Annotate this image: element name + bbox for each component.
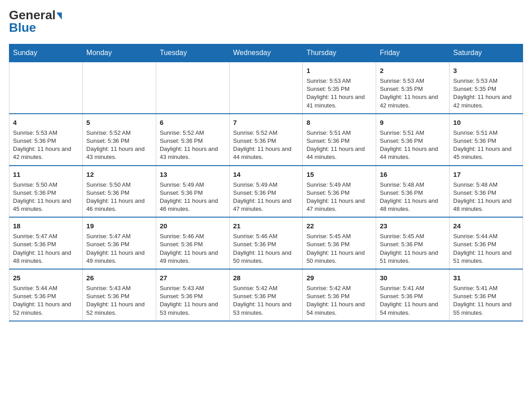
col-thursday: Thursday	[303, 44, 376, 62]
calendar-cell	[156, 62, 229, 114]
day-info: Sunrise: 5:53 AM Sunset: 5:35 PM Dayligh…	[306, 77, 372, 110]
calendar-cell: 8Sunrise: 5:51 AM Sunset: 5:36 PM Daylig…	[303, 114, 376, 166]
day-info: Sunrise: 5:45 AM Sunset: 5:36 PM Dayligh…	[380, 232, 446, 265]
calendar-cell: 1Sunrise: 5:53 AM Sunset: 5:35 PM Daylig…	[303, 62, 376, 114]
day-info: Sunrise: 5:49 AM Sunset: 5:36 PM Dayligh…	[306, 181, 372, 214]
calendar-cell: 11Sunrise: 5:50 AM Sunset: 5:36 PM Dayli…	[9, 166, 83, 218]
day-info: Sunrise: 5:48 AM Sunset: 5:36 PM Dayligh…	[453, 181, 519, 214]
header-row: Sunday Monday Tuesday Wednesday Thursday…	[9, 44, 523, 62]
week-row-4: 18Sunrise: 5:47 AM Sunset: 5:36 PM Dayli…	[9, 217, 523, 269]
calendar-cell: 28Sunrise: 5:42 AM Sunset: 5:36 PM Dayli…	[229, 269, 303, 321]
day-number: 14	[233, 170, 299, 179]
day-number: 17	[453, 170, 519, 179]
day-number: 11	[13, 170, 79, 179]
calendar-cell: 26Sunrise: 5:43 AM Sunset: 5:36 PM Dayli…	[82, 269, 156, 321]
calendar-cell: 25Sunrise: 5:44 AM Sunset: 5:36 PM Dayli…	[9, 269, 83, 321]
calendar-body: 1Sunrise: 5:53 AM Sunset: 5:35 PM Daylig…	[9, 62, 523, 321]
calendar-cell: 23Sunrise: 5:45 AM Sunset: 5:36 PM Dayli…	[376, 217, 450, 269]
day-number: 27	[160, 273, 226, 283]
calendar-cell: 20Sunrise: 5:46 AM Sunset: 5:36 PM Dayli…	[156, 217, 229, 269]
day-info: Sunrise: 5:50 AM Sunset: 5:36 PM Dayligh…	[86, 181, 152, 214]
day-number: 21	[233, 221, 299, 231]
col-tuesday: Tuesday	[156, 44, 229, 62]
day-number: 29	[306, 273, 372, 283]
day-info: Sunrise: 5:52 AM Sunset: 5:36 PM Dayligh…	[233, 129, 299, 162]
day-number: 28	[233, 273, 299, 283]
day-number: 9	[380, 118, 446, 127]
week-row-5: 25Sunrise: 5:44 AM Sunset: 5:36 PM Dayli…	[9, 269, 523, 321]
calendar-cell: 27Sunrise: 5:43 AM Sunset: 5:36 PM Dayli…	[156, 269, 229, 321]
day-info: Sunrise: 5:49 AM Sunset: 5:36 PM Dayligh…	[233, 181, 299, 214]
day-number: 6	[160, 118, 226, 127]
day-info: Sunrise: 5:43 AM Sunset: 5:36 PM Dayligh…	[86, 284, 152, 317]
week-row-1: 1Sunrise: 5:53 AM Sunset: 5:35 PM Daylig…	[9, 62, 523, 114]
day-info: Sunrise: 5:46 AM Sunset: 5:36 PM Dayligh…	[160, 232, 226, 265]
calendar-cell	[9, 62, 83, 114]
col-wednesday: Wednesday	[229, 44, 303, 62]
col-monday: Monday	[82, 44, 156, 62]
day-number: 2	[380, 66, 446, 75]
calendar-cell: 10Sunrise: 5:51 AM Sunset: 5:36 PM Dayli…	[450, 114, 523, 166]
calendar-cell: 4Sunrise: 5:53 AM Sunset: 5:36 PM Daylig…	[9, 114, 83, 166]
calendar-cell: 5Sunrise: 5:52 AM Sunset: 5:36 PM Daylig…	[82, 114, 156, 166]
col-sunday: Sunday	[9, 44, 83, 62]
calendar-cell: 17Sunrise: 5:48 AM Sunset: 5:36 PM Dayli…	[450, 166, 523, 218]
day-info: Sunrise: 5:44 AM Sunset: 5:36 PM Dayligh…	[13, 284, 79, 317]
logo-arrow-icon	[56, 13, 62, 20]
calendar-cell: 2Sunrise: 5:53 AM Sunset: 5:35 PM Daylig…	[376, 62, 450, 114]
calendar-cell: 22Sunrise: 5:45 AM Sunset: 5:36 PM Dayli…	[303, 217, 376, 269]
day-number: 16	[380, 170, 446, 179]
day-number: 4	[13, 118, 79, 127]
day-number: 12	[86, 170, 152, 179]
day-info: Sunrise: 5:42 AM Sunset: 5:36 PM Dayligh…	[306, 284, 372, 317]
logo-general: General	[9, 9, 56, 21]
day-info: Sunrise: 5:42 AM Sunset: 5:36 PM Dayligh…	[233, 284, 299, 317]
calendar-cell: 24Sunrise: 5:44 AM Sunset: 5:36 PM Dayli…	[450, 217, 523, 269]
week-row-3: 11Sunrise: 5:50 AM Sunset: 5:36 PM Dayli…	[9, 166, 523, 218]
calendar-cell	[82, 62, 156, 114]
calendar-cell: 21Sunrise: 5:46 AM Sunset: 5:36 PM Dayli…	[229, 217, 303, 269]
calendar-header: Sunday Monday Tuesday Wednesday Thursday…	[9, 44, 523, 62]
week-row-2: 4Sunrise: 5:53 AM Sunset: 5:36 PM Daylig…	[9, 114, 523, 166]
calendar-table: Sunday Monday Tuesday Wednesday Thursday…	[9, 44, 523, 321]
day-info: Sunrise: 5:52 AM Sunset: 5:36 PM Dayligh…	[160, 129, 226, 162]
day-info: Sunrise: 5:49 AM Sunset: 5:36 PM Dayligh…	[160, 181, 226, 214]
calendar-cell: 29Sunrise: 5:42 AM Sunset: 5:36 PM Dayli…	[303, 269, 376, 321]
day-info: Sunrise: 5:48 AM Sunset: 5:36 PM Dayligh…	[380, 181, 446, 214]
day-number: 30	[380, 273, 446, 283]
day-info: Sunrise: 5:51 AM Sunset: 5:36 PM Dayligh…	[380, 129, 446, 162]
day-number: 22	[306, 221, 372, 231]
day-number: 7	[233, 118, 299, 127]
col-saturday: Saturday	[450, 44, 523, 62]
calendar-cell: 9Sunrise: 5:51 AM Sunset: 5:36 PM Daylig…	[376, 114, 450, 166]
day-info: Sunrise: 5:47 AM Sunset: 5:36 PM Dayligh…	[13, 232, 79, 265]
day-number: 23	[380, 221, 446, 231]
logo: General Blue	[9, 9, 62, 35]
calendar-cell: 31Sunrise: 5:41 AM Sunset: 5:36 PM Dayli…	[450, 269, 523, 321]
day-info: Sunrise: 5:52 AM Sunset: 5:36 PM Dayligh…	[86, 129, 152, 162]
calendar-cell: 18Sunrise: 5:47 AM Sunset: 5:36 PM Dayli…	[9, 217, 83, 269]
calendar-cell: 14Sunrise: 5:49 AM Sunset: 5:36 PM Dayli…	[229, 166, 303, 218]
day-info: Sunrise: 5:53 AM Sunset: 5:36 PM Dayligh…	[13, 129, 79, 162]
calendar-cell: 19Sunrise: 5:47 AM Sunset: 5:36 PM Dayli…	[82, 217, 156, 269]
day-number: 13	[160, 170, 226, 179]
day-number: 10	[453, 118, 519, 127]
day-number: 20	[160, 221, 226, 231]
day-info: Sunrise: 5:41 AM Sunset: 5:36 PM Dayligh…	[453, 284, 519, 317]
calendar-cell: 7Sunrise: 5:52 AM Sunset: 5:36 PM Daylig…	[229, 114, 303, 166]
logo-blue: Blue	[9, 21, 36, 35]
day-number: 25	[13, 273, 79, 283]
day-info: Sunrise: 5:47 AM Sunset: 5:36 PM Dayligh…	[86, 232, 152, 265]
calendar-cell: 13Sunrise: 5:49 AM Sunset: 5:36 PM Dayli…	[156, 166, 229, 218]
day-info: Sunrise: 5:46 AM Sunset: 5:36 PM Dayligh…	[233, 232, 299, 265]
day-info: Sunrise: 5:51 AM Sunset: 5:36 PM Dayligh…	[306, 129, 372, 162]
day-number: 19	[86, 221, 152, 231]
day-number: 18	[13, 221, 79, 231]
day-number: 5	[86, 118, 152, 127]
day-number: 15	[306, 170, 372, 179]
day-number: 24	[453, 221, 519, 231]
calendar-cell: 6Sunrise: 5:52 AM Sunset: 5:36 PM Daylig…	[156, 114, 229, 166]
day-info: Sunrise: 5:53 AM Sunset: 5:35 PM Dayligh…	[453, 77, 519, 110]
page-header: General Blue	[9, 9, 523, 35]
col-friday: Friday	[376, 44, 450, 62]
